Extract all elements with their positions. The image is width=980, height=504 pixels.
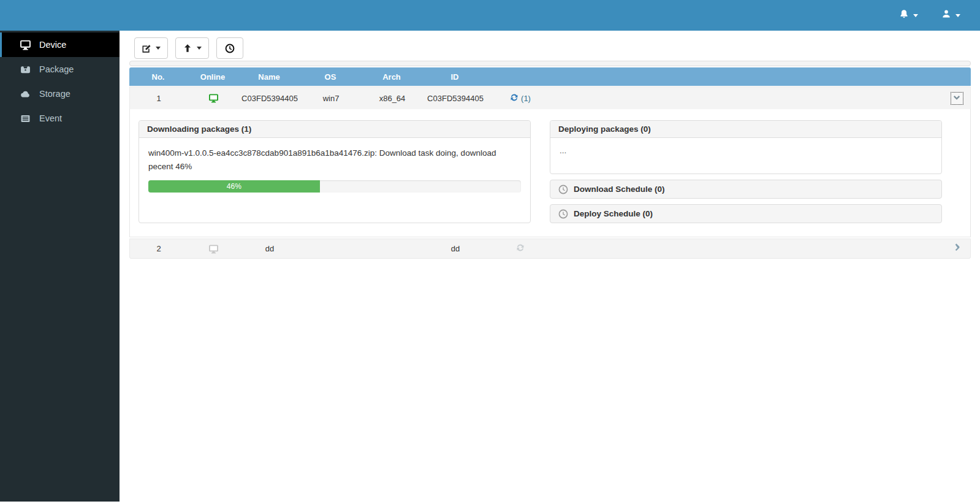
refresh-icon [510,93,518,104]
downloading-packages-panel: Downloading packages (1) win400m-v1.0.0.… [139,120,531,223]
row-arch: x86_64 [362,94,423,103]
clock-icon [225,44,235,53]
user-icon [941,9,951,21]
deploying-packages-title: Deploying packages (0) [550,121,941,138]
chevron-right-icon [952,243,961,252]
edit-dropdown-button[interactable] [134,37,168,59]
row-no: 1 [130,94,188,103]
sync-task-indicator: (1) [488,93,553,104]
sidebar-item-storage[interactable]: Storage [0,82,120,106]
notifications-dropdown[interactable] [897,6,921,25]
row-name: dd [239,244,300,253]
deploy-schedule-title: Deploy Schedule (0) [574,209,653,218]
caret-down-icon [955,14,960,17]
sidebar-item-label: Event [39,113,62,123]
cloud-icon [20,89,31,99]
top-navbar [0,0,980,31]
table-row: 1 C03FD5394405 win7 x86_64 C03FD5394405 … [129,86,971,109]
caret-down-icon [156,47,161,50]
clock-icon [558,185,568,194]
row-id: dd [423,244,488,253]
download-progress: 46% [148,180,521,193]
row-os: win7 [300,94,362,103]
sidebar-item-label: Device [39,40,66,50]
sidebar-item-event[interactable]: Event [0,106,120,131]
download-progress-label: 46% [227,181,241,193]
column-header-no: No. [129,72,187,82]
table-row: 2 dd dd [129,239,971,259]
device-list: No. Online Name OS Arch ID 1 C03FD539440… [129,61,971,259]
sidebar: Device Package Storage Event [0,31,120,502]
column-header-online: Online [187,72,238,82]
download-schedule-title: Download Schedule (0) [574,185,665,194]
refresh-icon [516,243,525,254]
task-count: (1) [521,94,531,103]
user-dropdown[interactable] [939,6,963,25]
clock-icon [558,209,568,219]
sidebar-item-device[interactable]: Device [0,32,120,57]
download-progress-bar: 46% [148,180,320,193]
caret-down-icon [197,47,202,50]
column-header-arch: Arch [361,72,422,82]
sidebar-item-label: Storage [39,89,70,99]
horizontal-scrollbar[interactable] [129,61,971,66]
downloading-packages-title: Downloading packages (1) [139,121,530,138]
sync-task-indicator [488,243,553,254]
chevron-down-icon [952,94,961,102]
row-id: C03FD5394405 [423,94,488,103]
collapse-row-toggle[interactable] [951,92,963,105]
caret-down-icon [913,14,918,17]
download-schedule-accordion[interactable]: Download Schedule (0) [550,180,942,199]
sidebar-item-package[interactable]: Package [0,57,120,82]
offline-status-icon [188,243,239,253]
device-toolbar [120,31,980,59]
deploying-packages-panel: Deploying packages (0) ... [550,120,942,174]
monitor-icon [20,40,31,50]
expand-row-toggle[interactable] [943,243,970,254]
bell-icon [899,9,909,21]
upload-dropdown-button[interactable] [175,37,209,59]
column-header-name: Name [238,72,300,82]
schedule-button[interactable] [216,37,243,59]
table-header: No. Online Name OS Arch ID [129,67,971,86]
main-content: No. Online Name OS Arch ID 1 C03FD539440… [120,31,980,504]
deploy-schedule-accordion[interactable]: Deploy Schedule (0) [550,204,942,223]
device-detail-panel: Downloading packages (1) win400m-v1.0.0.… [129,109,971,237]
download-status-message: win400m-v1.0.0.5-ea4cc3c878cdab901a891b6… [148,147,521,173]
edit-icon [142,44,151,53]
upload-icon [183,44,192,53]
list-icon [20,113,31,124]
row-name: C03FD5394405 [239,94,300,103]
sidebar-item-label: Package [39,64,74,74]
package-icon [20,64,31,75]
deploying-packages-body: ... [550,138,941,174]
row-no: 2 [130,244,188,253]
column-header-os: OS [300,72,361,82]
online-status-icon [188,93,239,103]
column-header-id: ID [422,72,487,82]
